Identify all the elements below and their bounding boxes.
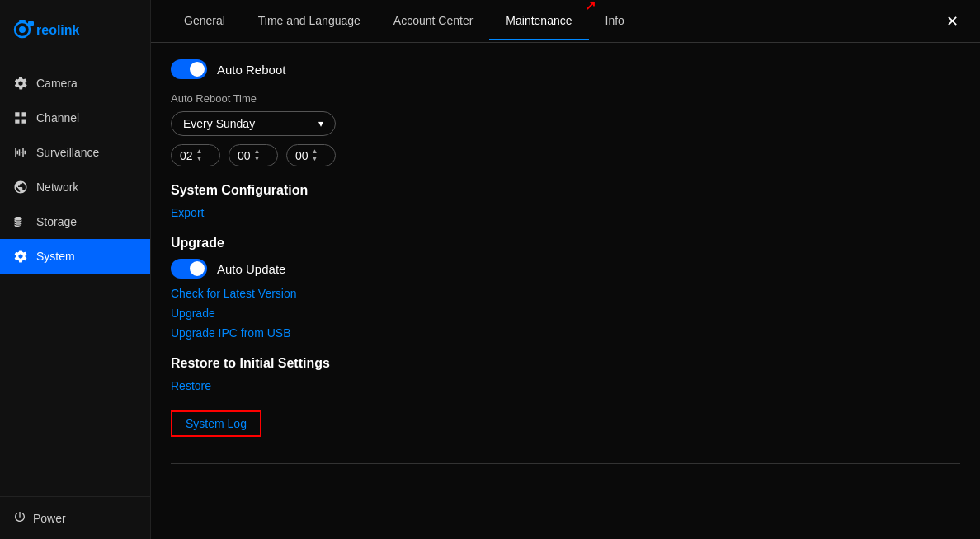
power-label: Power (33, 512, 66, 525)
chevron-down-icon: ▾ (318, 118, 323, 129)
hour-value: 02 (180, 149, 193, 162)
upgrade-link[interactable]: Upgrade (171, 307, 215, 320)
channel-icon (13, 110, 28, 125)
minute-spinner[interactable]: 00 ▲ ▼ (229, 144, 278, 166)
tab-account-center[interactable]: Account Center (377, 2, 490, 40)
minute-down-arrow[interactable]: ▼ (254, 156, 261, 162)
sidebar-item-network[interactable]: Network (0, 170, 150, 204)
network-icon (13, 180, 28, 195)
second-value: 00 (295, 149, 309, 162)
power-icon (13, 510, 26, 526)
sidebar-item-channel-label: Channel (36, 111, 79, 124)
hour-spinner[interactable]: 02 ▲ ▼ (171, 144, 220, 166)
close-button[interactable]: ✕ (940, 10, 964, 33)
dropdown-value: Every Sunday (183, 117, 255, 130)
reboot-time-dropdown[interactable]: Every Sunday ▾ (171, 111, 336, 136)
system-log-container: System Log (171, 410, 960, 457)
auto-update-label: Auto Update (217, 262, 285, 276)
tab-info[interactable]: Info (589, 2, 641, 40)
second-arrows: ▲ ▼ (312, 148, 318, 162)
sidebar-item-network-label: Network (36, 180, 78, 194)
content-area: Auto Reboot Auto Reboot Time Every Sunda… (151, 43, 980, 539)
hour-down-arrow[interactable]: ▼ (196, 156, 203, 162)
svg-text:reolink: reolink (36, 23, 80, 37)
sidebar-footer: Power (0, 496, 150, 539)
sidebar-item-channel[interactable]: Channel (0, 101, 150, 135)
system-log-link[interactable]: System Log (171, 410, 261, 437)
sidebar-item-storage-label: Storage (36, 215, 77, 228)
main-content: General Time and Language Account Center… (151, 0, 980, 539)
sidebar-item-system-label: System (36, 250, 75, 263)
auto-update-toggle[interactable] (171, 259, 207, 279)
power-button[interactable]: Power (13, 510, 137, 526)
sidebar-nav: Camera Channel Surveillance (0, 59, 150, 496)
auto-reboot-row: Auto Reboot (171, 59, 960, 79)
second-spinner[interactable]: 00 ▲ ▼ (286, 144, 336, 166)
camera-icon (13, 76, 28, 91)
tab-maintenance[interactable]: Maintenance ↗ (489, 2, 588, 40)
second-down-arrow[interactable]: ▼ (312, 156, 318, 162)
restore-heading: Restore to Initial Settings (171, 356, 960, 371)
tab-general[interactable]: General (167, 2, 242, 40)
check-latest-link[interactable]: Check for Latest Version (171, 287, 297, 300)
restore-link[interactable]: Restore (171, 379, 211, 392)
top-nav: General Time and Language Account Center… (151, 0, 980, 43)
time-spinners: 02 ▲ ▼ 00 ▲ ▼ 00 ▲ (171, 144, 960, 166)
reolink-logo: reolink (13, 15, 104, 45)
system-config-heading: System Configuration (171, 183, 960, 198)
sidebar: reolink Camera Channel (0, 0, 151, 539)
sidebar-item-storage[interactable]: Storage (0, 204, 150, 239)
sidebar-item-system[interactable]: System (0, 239, 150, 274)
nav-tabs: General Time and Language Account Center… (167, 2, 940, 40)
upgrade-ipc-link[interactable]: Upgrade IPC from USB (171, 326, 291, 340)
export-link[interactable]: Export (171, 206, 204, 219)
hour-up-arrow[interactable]: ▲ (196, 148, 203, 155)
surveillance-icon (13, 145, 28, 160)
second-up-arrow[interactable]: ▲ (312, 148, 318, 155)
bottom-divider (171, 463, 960, 464)
minute-up-arrow[interactable]: ▲ (254, 148, 261, 155)
svg-rect-2 (28, 21, 34, 26)
auto-reboot-toggle[interactable] (171, 59, 207, 79)
sidebar-item-camera[interactable]: Camera (0, 66, 150, 101)
auto-reboot-time-label: Auto Reboot Time (171, 92, 960, 105)
hour-arrows: ▲ ▼ (196, 148, 203, 162)
minute-value: 00 (238, 149, 251, 162)
sidebar-item-surveillance[interactable]: Surveillance (0, 135, 150, 170)
svg-point-1 (19, 26, 26, 33)
svg-rect-3 (19, 20, 26, 22)
auto-reboot-label: Auto Reboot (217, 63, 285, 77)
auto-update-row: Auto Update (171, 259, 960, 279)
tab-time-language[interactable]: Time and Language (242, 2, 377, 40)
upgrade-heading: Upgrade (171, 236, 960, 251)
storage-icon (13, 214, 28, 229)
logo-area: reolink (0, 0, 150, 59)
sidebar-item-camera-label: Camera (36, 77, 78, 90)
sidebar-item-surveillance-label: Surveillance (36, 146, 99, 159)
system-icon (13, 249, 28, 264)
minute-arrows: ▲ ▼ (254, 148, 261, 162)
